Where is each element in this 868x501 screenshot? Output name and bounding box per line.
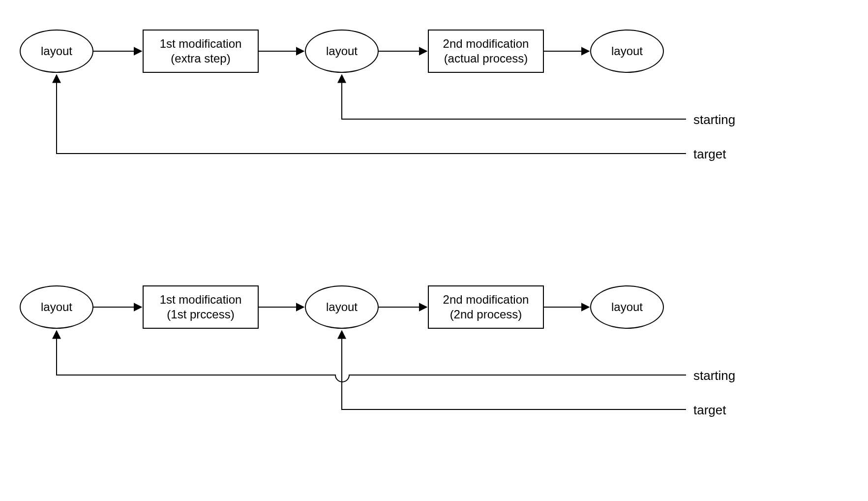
flow1-box2-text: 2nd modification (actual process): [443, 36, 529, 66]
flow2-layout-ellipse-1: layout: [20, 285, 93, 329]
flow2-layout-2-label: layout: [326, 300, 358, 314]
flow2-layout-1-label: layout: [41, 300, 72, 314]
flow1-box1-text: 1st modification (extra step): [160, 36, 242, 66]
flow2-box2-line1: 2nd modification: [443, 293, 529, 306]
flow1-layout-ellipse-2: layout: [305, 30, 379, 73]
flow2-modification-box-1: 1st modification (1st prccess): [143, 285, 259, 329]
flow1-box1-line2: (extra step): [171, 52, 230, 65]
flow2-modification-box-2: 2nd modification (2nd process): [428, 285, 544, 329]
connectors-svg: [0, 0, 868, 501]
flow1-modification-box-2: 2nd modification (actual process): [428, 30, 544, 73]
flow2-target-line: [342, 331, 686, 409]
flow2-box2-text: 2nd modification (2nd process): [443, 292, 529, 322]
flow2-layout-ellipse-2: layout: [305, 285, 379, 329]
flow1-starting-label: starting: [693, 112, 735, 127]
flow1-layout-ellipse-1: layout: [20, 30, 93, 73]
flow1-modification-box-1: 1st modification (extra step): [143, 30, 259, 73]
diagram-canvas: layout 1st modification (extra step) lay…: [0, 0, 868, 501]
flow2-layout-3-label: layout: [611, 300, 643, 314]
flow2-starting-line: [57, 331, 686, 382]
flow2-box1-text: 1st modification (1st prccess): [160, 292, 242, 322]
flow1-box2-line2: (actual process): [444, 52, 528, 65]
flow2-box1-line1: 1st modification: [160, 293, 242, 306]
flow2-layout-ellipse-3: layout: [590, 285, 664, 329]
flow1-box1-line1: 1st modification: [160, 37, 242, 50]
flow1-starting-line: [342, 75, 686, 119]
flow1-layout-3-label: layout: [611, 44, 643, 59]
flow2-target-label: target: [693, 403, 726, 418]
flow2-box1-line2: (1st prccess): [167, 308, 234, 321]
flow1-layout-2-label: layout: [326, 44, 358, 59]
flow1-target-line: [57, 75, 686, 154]
flow1-box2-line1: 2nd modification: [443, 37, 529, 50]
flow1-target-label: target: [693, 147, 726, 162]
flow1-layout-ellipse-3: layout: [590, 30, 664, 73]
flow1-layout-1-label: layout: [41, 44, 72, 59]
flow2-box2-line2: (2nd process): [450, 308, 522, 321]
flow2-starting-label: starting: [693, 368, 735, 383]
